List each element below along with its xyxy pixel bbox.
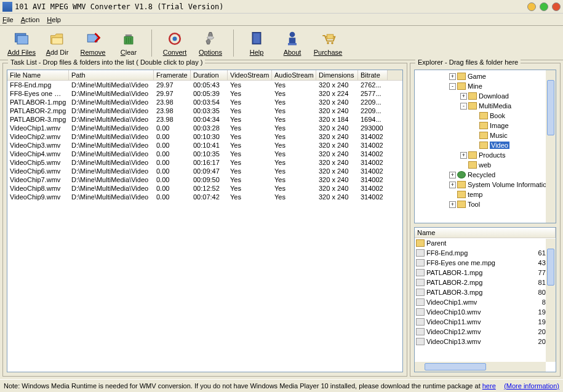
col-path[interactable]: Path (69, 70, 154, 80)
list-item[interactable]: FF8-Eyes one me.mpg4360 (415, 258, 556, 268)
table-row[interactable]: VideoChip9.wmvD:\Mine\MultiMedia\Video0.… (7, 193, 402, 201)
status-here-link[interactable]: here (482, 382, 496, 390)
tree-expand-icon[interactable] (471, 132, 478, 139)
file-icon (416, 338, 425, 345)
col-videostream[interactable]: VideoStream (228, 70, 272, 80)
convert-label: Convert (163, 49, 187, 56)
tree-expand-icon[interactable] (471, 113, 478, 119)
folder-icon (457, 191, 466, 198)
filelist-scrollbar-h[interactable] (415, 362, 546, 372)
list-item[interactable]: PATLABOR-2.mpg8168 (415, 278, 556, 287)
table-row[interactable]: VideoChip6.wmvD:\Mine\MultiMedia\Video0.… (7, 167, 402, 175)
tree-node[interactable]: web (416, 160, 554, 170)
tree-expand-icon[interactable] (471, 142, 478, 149)
tree-expand-icon[interactable]: - (460, 103, 467, 110)
col-dimensions[interactable]: Dimensions (316, 70, 358, 80)
list-item[interactable]: VideoChip11.wmv1999 (415, 317, 556, 327)
add-dir-icon (49, 30, 66, 47)
col-bitrate[interactable]: Bitrate (358, 70, 388, 80)
tree-expand-icon[interactable] (449, 191, 456, 198)
tree-node[interactable]: Book (416, 111, 554, 121)
table-row[interactable]: VideoChip2.wmvD:\Mine\MultiMedia\Video0.… (7, 132, 402, 141)
minimize-button[interactable] (527, 2, 536, 11)
table-row[interactable]: VideoChip4.wmvD:\Mine\MultiMedia\Video0.… (7, 150, 402, 158)
list-item[interactable]: FF8-End.mpg6173 (415, 248, 556, 258)
about-button[interactable]: About (274, 28, 310, 58)
table-row[interactable]: VideoChip8.wmvD:\Mine\MultiMedia\Video0.… (7, 184, 402, 193)
tree-node[interactable]: +Download (416, 91, 554, 101)
help-icon (248, 30, 265, 47)
filelist-scrollbar-v[interactable] (546, 239, 556, 362)
list-item[interactable]: VideoChip13.wmv2026 (415, 337, 556, 346)
tree-scrollbar[interactable] (546, 70, 556, 223)
list-item[interactable]: VideoChip1.wmv873 (415, 297, 556, 307)
tree-expand-icon[interactable]: + (449, 201, 456, 208)
purchase-button[interactable]: Purchase (310, 28, 346, 58)
menu-help[interactable]: Help (47, 16, 61, 23)
tree-expand-icon[interactable]: + (460, 93, 467, 100)
list-item[interactable]: VideoChip10.wmv1997 (415, 307, 556, 317)
col-framerate[interactable]: Framerate (154, 70, 191, 80)
clear-button[interactable]: Clear (111, 28, 146, 58)
add-files-button[interactable]: Add Files (4, 28, 39, 58)
tree-node[interactable]: +Recycled (416, 170, 554, 180)
add-dir-label: Add Dir (46, 49, 69, 56)
tree-node[interactable]: Music (416, 130, 554, 140)
task-table-body[interactable]: FF8-End.mpgD:\Mine\MultiMedia\Video29.97… (7, 81, 402, 372)
tree-node[interactable]: -MultiMedia (416, 101, 554, 111)
tree-node[interactable]: Video (416, 140, 554, 150)
task-table-header: File Name Path Framerate Duration VideoS… (7, 70, 402, 81)
tree-label: Download (479, 92, 509, 100)
clear-label: Clear (121, 49, 137, 56)
svg-rect-12 (327, 34, 333, 39)
tree-node[interactable]: temp (416, 190, 554, 199)
tree-expand-icon[interactable]: + (460, 152, 467, 159)
tree-expand-icon[interactable] (460, 162, 467, 169)
folder-tree[interactable]: +Game-Mine+Download-MultiMediaBookImageM… (414, 70, 556, 223)
options-button[interactable]: Options (193, 28, 228, 58)
table-row[interactable]: VideoChip1.wmvD:\Mine\MultiMedia\Video0.… (7, 124, 402, 132)
table-row[interactable]: VideoChip7.wmvD:\Mine\MultiMedia\Video0.… (7, 175, 402, 184)
add-dir-button[interactable]: Add Dir (39, 28, 75, 58)
tree-node[interactable]: Image (416, 121, 554, 130)
convert-button[interactable]: Convert (157, 28, 193, 58)
table-row[interactable]: PATLABOR-1.mpgD:\Mine\MultiMedia\Video23… (7, 98, 402, 106)
remove-button[interactable]: Remove (75, 28, 111, 58)
tree-node[interactable]: +System Volume Information (416, 180, 554, 190)
task-table[interactable]: File Name Path Framerate Duration VideoS… (7, 70, 403, 372)
list-item[interactable]: VideoChip12.wmv2005 (415, 327, 556, 337)
tree-expand-icon[interactable]: + (449, 172, 456, 178)
tree-node[interactable]: +Game (416, 71, 554, 81)
col-filename[interactable]: File Name (7, 70, 69, 80)
col-audiostream[interactable]: AudioStream (272, 70, 316, 80)
list-item[interactable]: Parent (415, 238, 556, 248)
table-row[interactable]: VideoChip3.wmvD:\Mine\MultiMedia\Video0.… (7, 141, 402, 150)
list-item[interactable]: PATLABOR-1.mpg7722 (415, 268, 556, 278)
menu-action[interactable]: Action (21, 16, 40, 23)
table-row[interactable]: VideoChip5.wmvD:\Mine\MultiMedia\Video0.… (7, 158, 402, 167)
tree-expand-icon[interactable]: + (449, 182, 456, 188)
tree-expand-icon[interactable] (471, 122, 478, 129)
help-button[interactable]: Help (239, 28, 274, 58)
maximize-button[interactable] (540, 2, 548, 11)
col-duration[interactable]: Duration (191, 70, 228, 80)
table-row[interactable]: FF8-Eyes one me....D:\Mine\MultiMedia\Vi… (7, 89, 402, 98)
status-more-link[interactable]: (More information) (504, 382, 559, 390)
list-item[interactable]: PATLABOR-3.mpg8015 (415, 287, 556, 297)
file-list[interactable]: Name ParentFF8-End.mpg6173FF8-Eyes one m… (414, 227, 556, 372)
table-row[interactable]: PATLABOR-2.mpgD:\Mine\MultiMedia\Video23… (7, 106, 402, 115)
filelist-col-name[interactable]: Name (415, 228, 556, 238)
menu-file[interactable]: File (2, 16, 14, 23)
close-button[interactable] (552, 2, 561, 11)
tree-node[interactable]: -Mine (416, 81, 554, 91)
table-row[interactable]: FF8-End.mpgD:\Mine\MultiMedia\Video29.97… (7, 81, 402, 89)
svg-point-10 (327, 42, 329, 44)
tree-node[interactable]: +Tool (416, 199, 554, 209)
tree-expand-icon[interactable]: + (449, 73, 456, 80)
toolbar-separator (233, 30, 234, 57)
tree-node[interactable]: +Products (416, 150, 554, 160)
tree-expand-icon[interactable]: - (449, 83, 456, 90)
table-row[interactable]: PATLABOR-3.mpgD:\Mine\MultiMedia\Video23… (7, 115, 402, 124)
tree-label: Image (490, 122, 509, 129)
explorer-title: Explorer - Drag files & folder here (415, 58, 521, 66)
